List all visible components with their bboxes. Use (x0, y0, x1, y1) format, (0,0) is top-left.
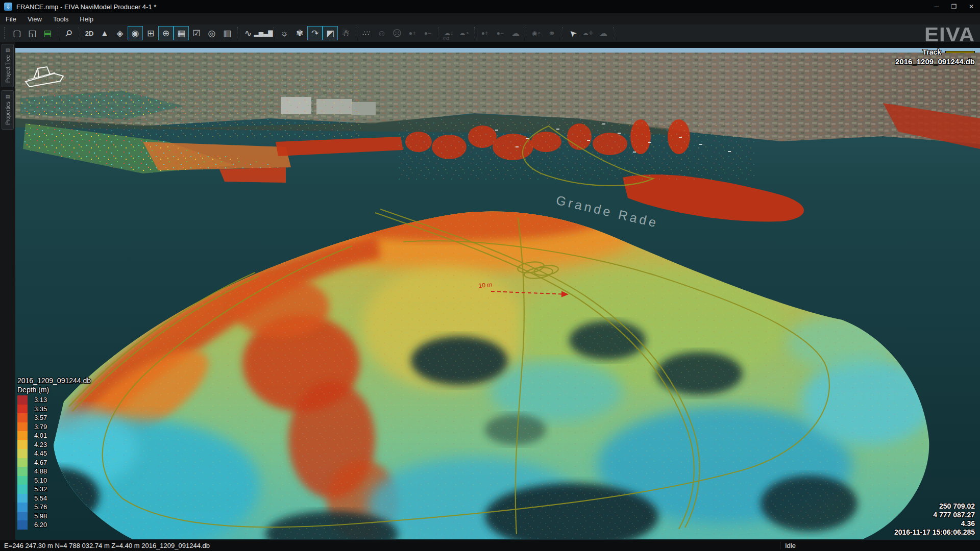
track-color-swatch (945, 51, 975, 53)
edit-swoosh-icon: ↷ (311, 29, 318, 38)
depth-legend-row: 4.23 (17, 440, 91, 449)
minimize-button[interactable]: ─ (928, 0, 945, 13)
point-cloud-display-icon: ◉ (132, 29, 139, 38)
depth-legend-row: 4.67 (17, 458, 91, 467)
cloud-pair-icon: ⚭ (548, 29, 555, 38)
depth-legend-row: 4.88 (17, 467, 91, 476)
measure-ruler-icon: ▥ (223, 29, 231, 38)
tab-project-tree[interactable]: ▤ Project Tree (2, 44, 14, 87)
toolbar-separator (274, 27, 274, 39)
brightness-sun-button[interactable]: ☼ (277, 26, 292, 40)
brightness-sun-icon: ☼ (280, 29, 288, 38)
select-cursor-button[interactable]: ➤ (565, 26, 580, 40)
toolbar-grip (4, 27, 6, 39)
cloud-wireframe-icon: ☁ (599, 29, 608, 38)
depth-value: 6.20 (28, 521, 47, 529)
globe-overlay-icon: ⊕ (162, 29, 169, 38)
color-palette-button[interactable]: ✾ (292, 26, 307, 40)
depth-legend-row: 3.13 (17, 395, 91, 405)
menu-file[interactable]: File (0, 15, 22, 23)
menu-tools[interactable]: Tools (47, 15, 74, 23)
depth-color-swatch (17, 520, 28, 530)
cloud-select-region-button: ☁ (508, 26, 523, 40)
timestamp-value: 2016-11-17 15:06:06.285 (894, 528, 975, 537)
depth-color-swatch (17, 449, 28, 458)
toolbar-separator (79, 27, 79, 39)
depth-legend-row: 5.32 (17, 485, 91, 494)
open-folder-button[interactable]: ◱ (24, 26, 40, 40)
position-overlay: 250 709.02 4 777 087.27 4.36 2016-11-17 … (894, 502, 975, 537)
scatter-points-button[interactable]: ∴∵ (359, 26, 374, 40)
menu-view[interactable]: View (22, 15, 47, 23)
measure-ruler-button[interactable]: ▥ (219, 26, 235, 40)
track-file-name: 2016_1209_091244.db (895, 57, 975, 66)
survey-checkbox-icon: ☑ (192, 29, 200, 38)
marker-cone-icon: ▲ (101, 29, 109, 38)
depth-color-swatch (17, 494, 28, 503)
terrain-mesh-button[interactable]: ▦ (174, 26, 189, 40)
depth-color-swatch (17, 405, 28, 414)
depth-value: 4.88 (28, 467, 47, 475)
depth-value: 5.76 (28, 503, 47, 511)
depth-color-swatch (17, 512, 28, 521)
cloud-pair-button: ⚭ (544, 26, 559, 40)
shading-gradient-button[interactable]: ◩ (323, 26, 338, 40)
toolbar-separator (438, 27, 438, 39)
face-neutral-button: ☺ (374, 26, 389, 40)
status-state: Idle (785, 542, 796, 549)
easting-value: 250 709.02 (894, 502, 975, 511)
histogram-profile-icon: ▂▅▃▇ (254, 30, 273, 36)
northing-value: 4 777 087.27 (894, 511, 975, 519)
3d-view[interactable]: 10 m Grande Rade Track 2016_1209_091244.… (15, 42, 980, 540)
toolbar-separator (237, 27, 238, 39)
ghost-mode-button[interactable]: ☃ (338, 26, 353, 40)
profile-view-icon: ∿ (244, 29, 252, 38)
view-2d-button[interactable]: 2D (82, 26, 97, 40)
new-document-button[interactable]: ▢ (9, 26, 24, 40)
point-group-circles-icon: ◉∘ (532, 30, 541, 36)
globe-overlay-button[interactable]: ⊕ (158, 26, 174, 40)
view-2d-icon: 2D (85, 30, 94, 37)
marker-cone-button[interactable]: ▲ (97, 26, 112, 40)
view-3d-cube-button[interactable]: ◈ (112, 26, 128, 40)
depth-color-swatch (17, 485, 28, 494)
edit-swoosh-button[interactable]: ↷ (307, 26, 323, 40)
grid-display-button[interactable]: ⊞ (143, 26, 158, 40)
shading-gradient-icon: ◩ (326, 29, 334, 38)
depth-value-overlay: 4.36 (894, 519, 975, 528)
export-xyz-cloud-button: ☁↓XYZ (441, 26, 456, 40)
tab-project-tree-label: Project Tree (5, 55, 11, 83)
depth-value: 5.10 (28, 477, 47, 484)
menu-help[interactable]: Help (74, 15, 99, 23)
depth-value: 5.98 (28, 512, 47, 520)
depth-color-swatch (17, 458, 28, 467)
terrain-mesh-icon: ▦ (177, 29, 185, 38)
cloud-gauge-button: ☁◔ (456, 26, 472, 40)
point-add-alt-button: ●+ (477, 26, 493, 40)
depth-color-swatch (17, 395, 28, 405)
face-neutral-icon: ☺ (377, 29, 386, 38)
depth-value: 3.13 (28, 396, 47, 404)
restore-button[interactable]: ❐ (945, 0, 963, 13)
depth-color-swatch (17, 467, 28, 476)
histogram-profile-button[interactable]: ▂▅▃▇ (256, 26, 271, 40)
depth-legend-row: 3.35 (17, 405, 91, 414)
save-file-button[interactable]: ▤ (40, 26, 55, 40)
close-button[interactable]: ✕ (963, 0, 980, 13)
point-add-button: ●+ (405, 26, 420, 40)
connect-plug-button[interactable]: ⚲ (61, 26, 76, 40)
screenshot-camera-button[interactable]: ◎ (204, 26, 219, 40)
point-remove-icon: ●− (424, 30, 431, 36)
export-xyz-cloud-icon: ☁↓ (444, 30, 453, 36)
properties-icon: ▤ (6, 94, 10, 99)
status-divider (780, 542, 780, 549)
point-cloud-display-button[interactable]: ◉ (128, 26, 143, 40)
profile-view-button[interactable]: ∿ (240, 26, 256, 40)
survey-checkbox-button[interactable]: ☑ (189, 26, 204, 40)
point-add-icon: ●+ (409, 30, 416, 36)
tab-properties-label: Properties (5, 102, 11, 125)
tab-properties[interactable]: ▤ Properties (2, 90, 14, 130)
point-group-circles-button: ◉∘ (529, 26, 544, 40)
face-sad-button: ☹ (389, 26, 405, 40)
app-icon: ⇩ (4, 3, 12, 11)
